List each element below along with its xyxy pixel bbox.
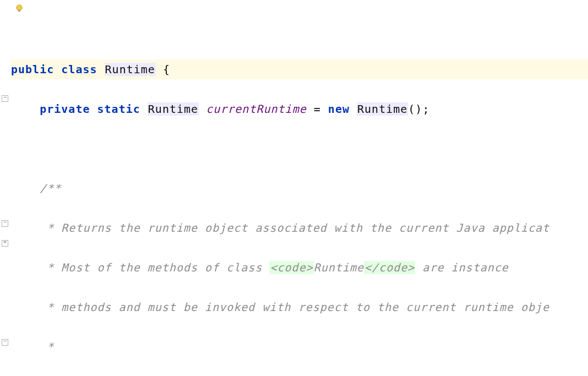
code-line[interactable]: *	[11, 337, 588, 357]
code-tag: <code>	[269, 261, 313, 274]
javadoc-line: are instance	[415, 261, 509, 274]
svg-point-0	[17, 5, 22, 10]
code-tag: </code>	[364, 261, 415, 274]
code-tag-text: Runtime	[314, 261, 364, 274]
code-area[interactable]: public class Runtime { private static Ru…	[0, 0, 588, 376]
code-line[interactable]	[11, 20, 588, 40]
lightbulb-icon[interactable]	[15, 4, 23, 12]
keyword-class: class	[61, 63, 97, 76]
ctor-ref: Runtime	[357, 102, 408, 116]
semicolon: ;	[422, 102, 429, 116]
fold-handle-plus[interactable]	[2, 240, 8, 247]
field-name: currentRuntime	[206, 102, 307, 116]
javadoc-line: *	[40, 340, 54, 353]
code-line[interactable]: public class Runtime {	[11, 59, 588, 79]
svg-rect-1	[18, 10, 20, 12]
javadoc-line: * methods and must be invoked with respe…	[40, 301, 549, 314]
editor-gutter	[0, 0, 9, 376]
class-name: Runtime	[105, 63, 156, 76]
javadoc-line: * Returns the runtime object associated …	[40, 221, 549, 235]
keyword-private: private	[40, 102, 90, 116]
brace-open: {	[163, 63, 170, 76]
code-line[interactable]: * methods and must be invoked with respe…	[11, 297, 588, 317]
keyword-static: static	[97, 102, 140, 116]
assign: =	[307, 102, 328, 116]
fold-handle-minus[interactable]	[2, 95, 8, 102]
keyword-new: new	[328, 102, 350, 116]
fold-handle-minus[interactable]	[2, 220, 8, 227]
code-line[interactable]: * Returns the runtime object associated …	[11, 218, 588, 238]
code-line[interactable]: * Most of the methods of class <code>Run…	[11, 258, 588, 277]
type-ref: Runtime	[148, 102, 199, 116]
code-editor[interactable]: public class Runtime { private static Ru…	[0, 0, 588, 376]
keyword-public: public	[11, 63, 54, 76]
code-line[interactable]: /**	[11, 178, 588, 198]
javadoc-line: * Most of the methods of class	[40, 261, 269, 274]
code-line[interactable]: private static Runtime currentRuntime = …	[11, 99, 588, 119]
code-line[interactable]	[11, 139, 588, 159]
ctor-parens: ()	[408, 102, 422, 116]
javadoc-open: /**	[40, 182, 61, 195]
fold-handle-minus[interactable]	[2, 339, 8, 346]
